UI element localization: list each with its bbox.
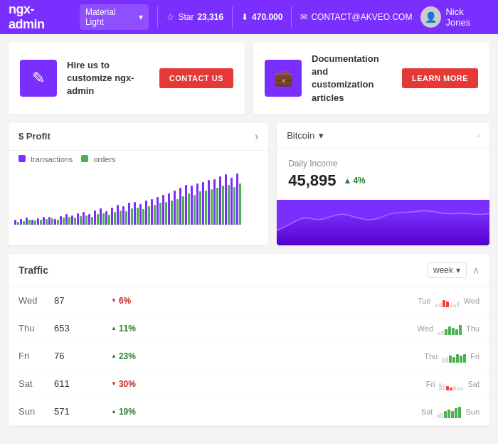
bitcoin-content: Daily Income 45,895 ▲ 4% bbox=[277, 149, 489, 190]
mini-bar bbox=[446, 386, 449, 390]
bitcoin-wave-chart bbox=[277, 200, 489, 245]
order-bar bbox=[182, 196, 184, 225]
orders-label: orders bbox=[93, 155, 115, 164]
separator3 bbox=[291, 6, 292, 28]
promo-row: ✎ Hire us to customize ngx-admin CONTACT… bbox=[9, 43, 489, 114]
chevron-down-icon: ▾ bbox=[456, 265, 460, 275]
tab-profit[interactable]: PROFIT bbox=[249, 444, 498, 448]
transaction-bar bbox=[174, 191, 176, 225]
bar-group bbox=[71, 215, 76, 225]
mini-bar bbox=[443, 300, 445, 307]
collapse-icon[interactable]: ∧ bbox=[472, 265, 480, 276]
promo-icon-left: ✎ bbox=[20, 60, 57, 97]
order-bar bbox=[34, 220, 36, 225]
transaction-bar bbox=[196, 183, 198, 225]
order-bar bbox=[222, 186, 224, 224]
promo-title-right: Documentation and customization articles bbox=[312, 53, 392, 105]
transaction-bar bbox=[236, 174, 238, 225]
down-arrow-icon: ▼ bbox=[111, 297, 117, 304]
profit-expand-icon[interactable]: › bbox=[255, 130, 258, 143]
order-bar bbox=[68, 217, 70, 224]
mini-chart: Fri Sat bbox=[175, 378, 480, 390]
promo-text-left: Hire us to customize ngx-admin bbox=[67, 59, 149, 98]
day-label: Sun bbox=[18, 406, 54, 417]
mini-bar bbox=[441, 331, 444, 335]
contact-link[interactable]: ✉ CONTACT@AKVEO.COM bbox=[300, 12, 412, 22]
order-bar bbox=[228, 185, 230, 225]
wave-svg bbox=[277, 200, 489, 245]
transaction-bar bbox=[134, 202, 136, 225]
transaction-bar bbox=[179, 188, 181, 225]
tab-orders[interactable]: ORDERS bbox=[0, 444, 249, 448]
traffic-value: 611 bbox=[54, 378, 111, 389]
theme-selector[interactable]: Material Light ▾ bbox=[80, 4, 149, 30]
chart-legend: transactions orders bbox=[9, 151, 268, 168]
traffic-table: Wed 87 ▼ 6% Tue Wed Thu 653 ▲ 11% Wed Th… bbox=[9, 287, 489, 426]
bar-chart bbox=[14, 168, 263, 225]
bitcoin-card: Bitcoin ▾ › Daily Income 45,895 ▲ 4% bbox=[277, 123, 489, 245]
transaction-bar bbox=[145, 201, 147, 225]
bar-group bbox=[43, 217, 48, 225]
transaction-bar bbox=[71, 215, 73, 225]
order-bar bbox=[51, 218, 53, 225]
profit-header: $ Profit › bbox=[9, 123, 268, 151]
mini-bar bbox=[445, 329, 447, 335]
order-bar bbox=[40, 220, 42, 225]
daily-income-row: 45,895 ▲ 4% bbox=[288, 171, 478, 190]
mini-bar bbox=[456, 354, 459, 363]
mini-chart: Thu Fri bbox=[175, 350, 480, 363]
bar-group bbox=[134, 202, 139, 225]
traffic-value: 87 bbox=[54, 295, 111, 306]
transaction-bar bbox=[54, 219, 56, 225]
down-arrow-icon: ▼ bbox=[111, 380, 117, 387]
orders-legend: orders bbox=[81, 155, 115, 164]
daily-income-label: Daily Income bbox=[288, 159, 478, 169]
table-row: Sat 611 ▼ 30% Fri Sat bbox=[9, 370, 489, 398]
bitcoin-label: Bitcoin bbox=[287, 130, 314, 141]
bar-group bbox=[225, 174, 230, 224]
bar-group bbox=[48, 217, 53, 224]
mini-bar-row bbox=[439, 378, 463, 390]
bitcoin-expand-icon[interactable]: › bbox=[477, 132, 480, 139]
transaction-bar bbox=[83, 212, 85, 225]
bar-group bbox=[202, 182, 207, 225]
bar-group bbox=[77, 213, 82, 225]
order-bar bbox=[102, 213, 105, 225]
period-selector[interactable]: week ▾ bbox=[427, 262, 467, 278]
mini-bar bbox=[446, 302, 449, 307]
user-menu[interactable]: 👤 Nick Jones bbox=[420, 6, 489, 28]
transaction-bar bbox=[128, 203, 130, 224]
order-bar bbox=[154, 205, 156, 225]
mini-bar bbox=[452, 357, 455, 363]
download-stat: ⬇ 470.000 bbox=[241, 12, 282, 22]
bar-group bbox=[196, 183, 201, 225]
traffic-pct: ▼ 30% bbox=[111, 379, 175, 389]
download-count: 470.000 bbox=[252, 12, 282, 22]
mini-bar bbox=[449, 356, 452, 363]
mini-bar bbox=[448, 326, 451, 335]
transaction-bar bbox=[213, 179, 216, 225]
transaction-bar bbox=[185, 185, 187, 225]
contact-us-button[interactable]: CONTACT US bbox=[159, 68, 233, 88]
learn-more-button[interactable]: LEARN MORE bbox=[402, 68, 478, 88]
bar-group bbox=[151, 199, 156, 225]
bar-group bbox=[37, 218, 42, 225]
transactions-dot bbox=[18, 155, 26, 162]
bitcoin-selector[interactable]: Bitcoin ▾ bbox=[287, 130, 324, 141]
mini-bar bbox=[440, 412, 443, 418]
mini-bar bbox=[452, 328, 455, 335]
order-bar bbox=[199, 191, 201, 224]
transaction-bar bbox=[43, 217, 45, 225]
to-day: Thu bbox=[466, 324, 480, 333]
transaction-bar bbox=[37, 218, 39, 225]
mini-bar bbox=[444, 411, 447, 418]
bar-group bbox=[139, 204, 144, 225]
bar-group bbox=[174, 191, 179, 225]
order-bar bbox=[74, 218, 76, 225]
mini-bar bbox=[457, 302, 460, 307]
bar-group bbox=[231, 178, 235, 225]
bar-group bbox=[14, 220, 19, 224]
traffic-value: 571 bbox=[54, 406, 111, 417]
order-bar bbox=[148, 206, 150, 225]
order-bar bbox=[57, 220, 59, 224]
